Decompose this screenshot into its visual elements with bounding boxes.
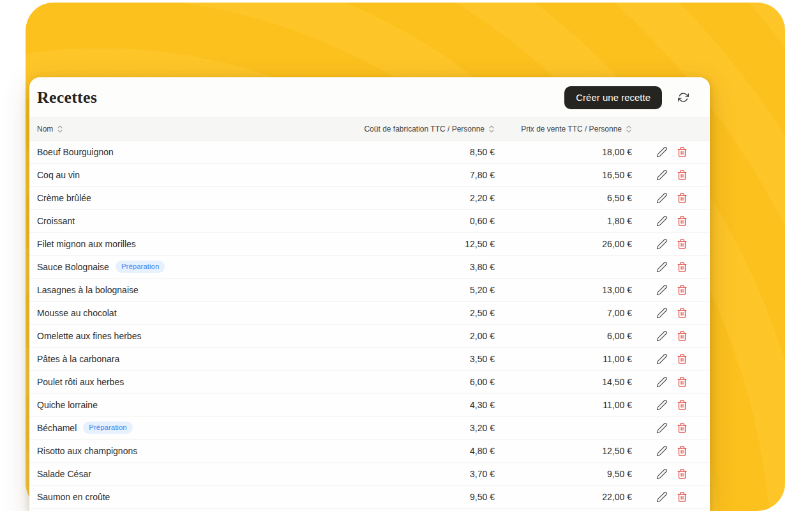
pencil-icon [656, 261, 668, 273]
price-value: 22,00 € [495, 492, 632, 502]
row-actions [632, 330, 710, 342]
delete-button[interactable] [677, 376, 688, 388]
column-header-cost-label: Coût de fabrication TTC / Personne [364, 125, 485, 133]
recipe-name-cell: Lasagnes à la bolognaise [29, 285, 348, 295]
edit-button[interactable] [656, 192, 668, 204]
column-header-cost[interactable]: Coût de fabrication TTC / Personne [348, 125, 495, 133]
edit-button[interactable] [656, 330, 668, 342]
recipe-name-cell: Filet mignon aux morilles [29, 239, 348, 249]
column-header-name[interactable]: Nom [29, 125, 348, 133]
cost-value: 9,50 € [348, 492, 495, 502]
row-actions [632, 192, 710, 204]
recipe-name: Saumon en croûte [37, 492, 110, 502]
trash-icon [677, 192, 688, 204]
recipe-name: Filet mignon aux morilles [37, 239, 136, 249]
recipe-name: Salade César [37, 469, 91, 479]
recipe-name-cell: Poulet rôti aux herbes [29, 377, 348, 387]
table-row: Sauce Bolognaise Préparation 3,80 € [29, 256, 710, 278]
create-recipe-button[interactable]: Créer une recette [564, 86, 662, 109]
pencil-icon [656, 192, 668, 204]
pencil-icon [656, 284, 668, 296]
edit-button[interactable] [656, 146, 668, 158]
price-value: 11,00 € [495, 354, 632, 364]
recipe-name: Quiche lorraine [37, 400, 98, 410]
pencil-icon [656, 422, 668, 434]
edit-button[interactable] [656, 491, 668, 503]
pencil-icon [656, 399, 668, 411]
pencil-icon [656, 238, 668, 250]
pencil-icon [656, 491, 668, 503]
pencil-icon [656, 468, 668, 480]
edit-button[interactable] [656, 422, 668, 434]
table-body: Boeuf Bourguignon 8,50 € 18,00 € [29, 141, 710, 508]
edit-button[interactable] [656, 307, 668, 319]
delete-button[interactable] [677, 215, 688, 227]
preparation-badge: Préparation [83, 422, 132, 434]
edit-button[interactable] [656, 445, 668, 457]
edit-button[interactable] [656, 215, 668, 227]
edit-button[interactable] [656, 169, 668, 181]
recipe-name-cell: Mousse au chocolat [29, 308, 348, 318]
recipe-name: Risotto aux champignons [37, 446, 137, 456]
row-actions [632, 353, 710, 365]
price-value: 6,00 € [495, 331, 632, 341]
table-header: Nom Coût de fabrication TTC / Personne P… [29, 118, 710, 141]
recipe-name-cell: Crème brûlée [29, 193, 348, 203]
sort-chevrons-icon [57, 125, 63, 133]
column-header-price-label: Prix de vente TTC / Personne [521, 125, 622, 133]
recipe-name-cell: Risotto aux champignons [29, 446, 348, 456]
price-value: 11,00 € [495, 400, 632, 410]
delete-button[interactable] [677, 422, 688, 434]
recipe-name: Omelette aux fines herbes [37, 331, 141, 341]
delete-button[interactable] [677, 307, 688, 319]
trash-icon [677, 491, 688, 503]
refresh-icon[interactable] [678, 92, 689, 103]
edit-button[interactable] [656, 261, 668, 273]
recipe-name: Crème brûlée [37, 193, 91, 203]
edit-button[interactable] [656, 353, 668, 365]
pencil-icon [656, 215, 668, 227]
edit-button[interactable] [656, 376, 668, 388]
delete-button[interactable] [677, 353, 688, 365]
row-actions [632, 215, 710, 227]
trash-icon [677, 238, 688, 250]
edit-button[interactable] [656, 399, 668, 411]
table-row: Coq au vin 7,80 € 16,50 € [29, 164, 710, 187]
pencil-icon [656, 353, 668, 365]
cost-value: 7,80 € [348, 170, 495, 180]
sort-chevrons-icon [626, 125, 632, 133]
row-actions [632, 422, 710, 434]
recipe-name: Béchamel [37, 423, 77, 433]
delete-button[interactable] [677, 261, 688, 273]
price-value: 12,50 € [495, 446, 632, 456]
price-value: 9,50 € [495, 469, 632, 479]
trash-icon [677, 169, 688, 181]
delete-button[interactable] [677, 238, 688, 250]
page-title: Recettes [37, 88, 97, 107]
price-value: 1,80 € [495, 216, 632, 226]
table-row: Poulet rôti aux herbes 6,00 € 14,50 € [29, 370, 710, 393]
delete-button[interactable] [677, 146, 688, 158]
delete-button[interactable] [677, 284, 688, 296]
recipe-name-cell: Boeuf Bourguignon [29, 147, 348, 157]
edit-button[interactable] [656, 284, 668, 296]
delete-button[interactable] [677, 330, 688, 342]
table-row: Boeuf Bourguignon 8,50 € 18,00 € [29, 141, 710, 164]
column-header-price[interactable]: Prix de vente TTC / Personne [495, 125, 632, 133]
table-row: Saumon en croûte 9,50 € 22,00 € [29, 485, 710, 508]
table-row: Pâtes à la carbonara 3,50 € 11,00 € [29, 347, 710, 370]
recipe-name: Coq au vin [37, 170, 80, 180]
edit-button[interactable] [656, 238, 668, 250]
trash-icon [677, 307, 688, 319]
edit-button[interactable] [656, 468, 668, 480]
delete-button[interactable] [677, 445, 688, 457]
table-row: Croissant 0,60 € 1,80 € [29, 210, 710, 233]
delete-button[interactable] [677, 468, 688, 480]
delete-button[interactable] [677, 192, 688, 204]
delete-button[interactable] [677, 491, 688, 503]
trash-icon [677, 353, 688, 365]
cost-value: 0,60 € [348, 216, 495, 226]
delete-button[interactable] [677, 169, 688, 181]
delete-button[interactable] [677, 399, 688, 411]
trash-icon [677, 215, 688, 227]
